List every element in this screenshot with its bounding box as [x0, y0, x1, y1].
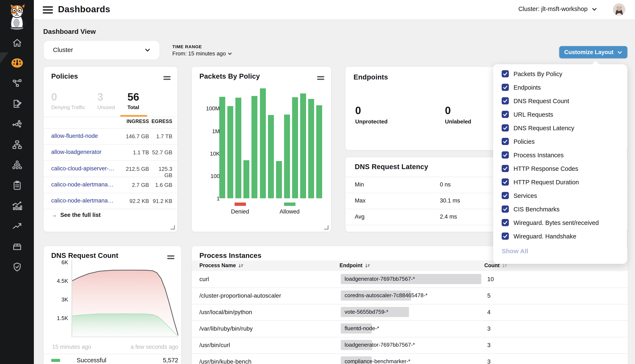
shield-check-icon	[12, 262, 22, 272]
endpoint-name: compliance-benchmarker-*	[345, 358, 410, 364]
successful-legend-label: Successful	[77, 357, 106, 364]
menu-item-label: DNS Request Count	[514, 98, 569, 104]
time-range-label: TIME RANGE	[172, 44, 232, 49]
latency-metric-label: Avg	[355, 214, 364, 220]
active-tab-indicator	[120, 115, 147, 117]
policies-stat-total[interactable]: 56Total	[127, 91, 139, 110]
unprotected-stat: 0 Unprotected	[355, 105, 387, 125]
endpoints-card-title: Endpoints	[353, 73, 388, 81]
policy-name-link[interactable]: calico-node-alertmana…	[51, 198, 113, 204]
process-name: /usr/bin/curl	[199, 342, 230, 348]
view-select[interactable]: Cluster	[43, 40, 160, 60]
checkbox-checked-icon[interactable]	[502, 111, 509, 118]
policy-name-link[interactable]: calico-cloud-apiserver-…	[51, 165, 115, 172]
arrow-right-icon: →	[51, 212, 57, 218]
policy-name-link[interactable]: allow-fluentd-node	[51, 133, 98, 139]
sidebar-item-dashboard-gauge[interactable]	[0, 57, 34, 69]
see-full-list-link[interactable]: →See the full list	[51, 212, 101, 218]
packets-card-title: Packets By Policy	[199, 72, 260, 80]
customize-layout-button[interactable]: Customize Layout	[559, 46, 627, 58]
menu-item-label: Endpoints	[514, 84, 541, 91]
customize-layout-label: Customize Layout	[564, 49, 614, 56]
menu-item-label: Process Instances	[514, 152, 564, 158]
avatar[interactable]	[613, 4, 625, 16]
checkbox-checked-icon[interactable]	[502, 124, 509, 132]
y-axis-tick: 6K	[44, 259, 68, 266]
process-name-column-header[interactable]: Process Name	[199, 262, 244, 268]
policies-stat-denying-traffic[interactable]: 0Denying Traffic	[51, 91, 85, 110]
checkbox-checked-icon[interactable]	[502, 206, 509, 213]
sidebar-item-compliance-clipboard[interactable]	[0, 179, 34, 192]
sidebar-item-policy-edit[interactable]	[0, 97, 34, 110]
drag-handle-icon[interactable]	[163, 76, 171, 81]
latency-metric-label: Max	[355, 198, 365, 204]
checkbox-checked-icon[interactable]	[502, 219, 509, 226]
endpoint-name: coredns-autoscaler-7c88465478-*	[345, 292, 428, 298]
traffic-chart-icon	[12, 200, 22, 211]
checkbox-checked-icon[interactable]	[502, 165, 509, 172]
y-axis-tick: 10K	[192, 150, 220, 157]
checkbox-checked-icon[interactable]	[502, 70, 509, 77]
sidebar-item-network-graph[interactable]	[0, 118, 34, 130]
time-range-control[interactable]: TIME RANGE From: 15 minutes ago	[172, 44, 232, 57]
drag-handle-icon[interactable]	[317, 76, 324, 81]
sidebar-item-package-box[interactable]	[0, 240, 34, 253]
sidebar-item-shield-check[interactable]	[0, 260, 34, 273]
allowed-bar	[300, 93, 306, 198]
policy-name-link[interactable]: allow-loadgenerator	[51, 149, 101, 155]
network-graph-icon	[12, 118, 22, 129]
policies-stat-unused[interactable]: 3Unused	[97, 91, 115, 110]
policy-egress-value: 1.6 GB	[150, 182, 172, 188]
policy-name-link[interactable]: calico-node-alertmana…	[51, 181, 113, 188]
checkbox-checked-icon[interactable]	[502, 151, 509, 158]
process-row: curlloadgenerator-7697bb7567-*10	[192, 271, 628, 288]
sidebar-item-node-cluster[interactable]	[0, 158, 34, 171]
customize-layout-menu: Packets By PolicyEndpointsDNS Request Co…	[493, 64, 627, 264]
menu-item-label: Services	[514, 192, 537, 199]
endpoint-column-header[interactable]: Endpoint	[339, 262, 370, 268]
calico-cat-logo[interactable]	[4, 2, 30, 31]
section-label: Dashboard View	[43, 28, 96, 36]
node-cluster-icon	[12, 160, 22, 170]
process-row: /usr/bin/curlloadgenerator-7697bb7567-*3	[192, 337, 628, 354]
endpoint-chip: fluentd-node-*	[341, 324, 372, 334]
checkbox-checked-icon[interactable]	[502, 232, 509, 240]
menu-notch	[592, 61, 599, 65]
resize-corner-icon[interactable]	[324, 225, 328, 230]
egress-column-header: EGRESS	[150, 119, 172, 124]
checkbox-checked-icon[interactable]	[502, 192, 509, 199]
sort-desc-icon	[365, 264, 370, 268]
legend-denied: Denied	[227, 202, 253, 215]
sidebar-item-home[interactable]	[0, 36, 34, 49]
legend-swatch	[284, 202, 295, 206]
checkbox-checked-icon[interactable]	[502, 178, 509, 186]
checkbox-checked-icon[interactable]	[502, 138, 509, 145]
endpoint-chip: compliance-benchmarker-*	[341, 356, 372, 364]
allowed-bar	[260, 88, 266, 198]
policy-row: allow-loadgenerator1.1 TB52.7 GB	[44, 144, 177, 161]
policy-ingress-value: 92.2 KB	[111, 198, 149, 204]
policy-ingress-value: 212.5 GB	[111, 166, 149, 172]
policies-card: Policies 0Denying Traffic3Unused56Total …	[43, 66, 178, 232]
sidebar-item-traffic-chart[interactable]	[0, 199, 34, 212]
dns-area-chart	[72, 258, 178, 338]
top-bar: Dashboards Cluster: jlt-msft-workshop	[34, 0, 635, 20]
checkbox-checked-icon[interactable]	[502, 84, 509, 91]
sidebar-item-service-graph[interactable]	[0, 77, 34, 90]
hamburger-menu-icon[interactable]	[43, 6, 53, 14]
sidebar-item-sitemap[interactable]	[0, 138, 34, 151]
policy-ingress-value: 1.1 TB	[111, 150, 149, 156]
process-row: /var/lib/ruby/bin/rubyfluentd-node-*3	[192, 320, 628, 337]
process-name: /usr/bin/kube-bench	[199, 358, 252, 364]
resize-corner-icon[interactable]	[171, 225, 175, 230]
allowed-bar	[284, 115, 290, 198]
sort-desc-icon	[502, 264, 508, 268]
unlabeled-stat: 0 Unlabeled	[445, 105, 471, 125]
cluster-switcher[interactable]: Cluster: jlt-msft-workshop	[518, 6, 597, 12]
legend-allowed: Allowed	[277, 202, 302, 215]
checkbox-checked-icon[interactable]	[502, 97, 509, 104]
show-all-link[interactable]: Show All	[502, 247, 528, 254]
sidebar-item-trend-line[interactable]	[0, 220, 34, 232]
y-axis-tick: 100M	[192, 105, 220, 112]
menu-item-label: Policies	[514, 138, 535, 145]
